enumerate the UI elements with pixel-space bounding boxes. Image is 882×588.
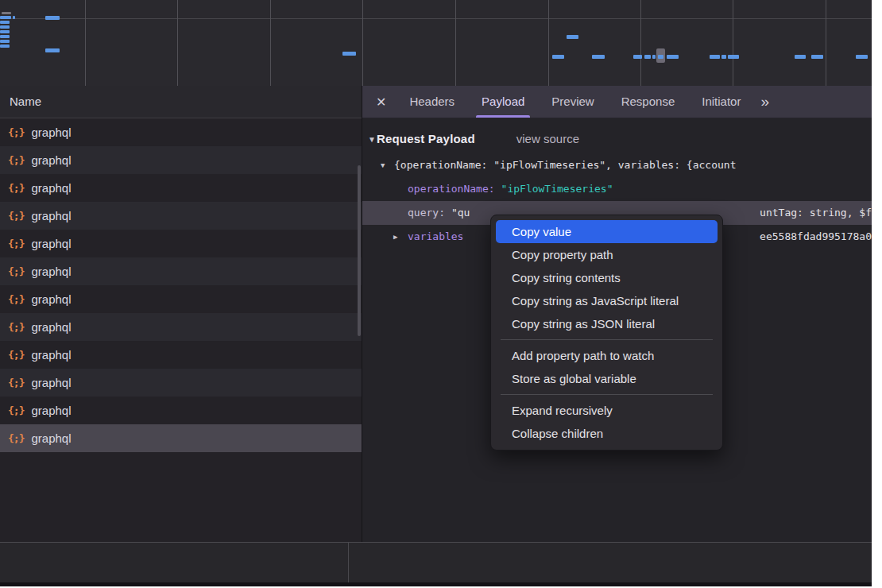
collapse-triangle-icon[interactable]: ▼: [368, 135, 376, 144]
name-column-label: Name: [10, 95, 41, 108]
close-icon[interactable]: ✕: [376, 95, 386, 110]
payload-root-row[interactable]: ▼{operationName: "ipFlowTimeseries", var…: [362, 153, 872, 177]
request-row-graphql[interactable]: {;}graphql: [0, 285, 362, 313]
menu-item-expand-recursively[interactable]: Expand recursively: [496, 399, 718, 422]
view-source-link[interactable]: view source: [516, 132, 579, 145]
menu-item-store-as-global-variable[interactable]: Store as global variable: [496, 367, 718, 390]
json-braces-icon: {;}: [8, 321, 24, 333]
request-timing-bar[interactable]: [0, 40, 10, 43]
request-row-graphql[interactable]: {;}graphql: [0, 341, 362, 369]
request-timing-bar[interactable]: [592, 55, 605, 59]
tab-initiator[interactable]: Initiator: [688, 86, 754, 118]
request-timing-bar[interactable]: [0, 44, 10, 48]
timeline-gridline: [455, 0, 456, 86]
expand-triangle-icon[interactable]: ▶: [393, 225, 397, 249]
request-timing-bar[interactable]: [811, 55, 823, 59]
request-name: graphql: [31, 265, 71, 278]
request-timing-bar[interactable]: [728, 55, 739, 59]
request-row-graphql[interactable]: {;}graphql: [0, 424, 362, 452]
request-name: graphql: [31, 431, 71, 445]
tab-payload[interactable]: Payload: [468, 86, 538, 118]
request-row-graphql[interactable]: {;}graphql: [0, 257, 362, 285]
devtools-network-panel: Name {;}graphql{;}graphql{;}graphql{;}gr…: [0, 0, 872, 586]
request-row-graphql[interactable]: {;}graphql: [0, 313, 362, 341]
request-name: graphql: [31, 348, 71, 362]
request-timing-bar[interactable]: [45, 48, 60, 52]
menu-item-copy-string-contents[interactable]: Copy string contents: [496, 266, 718, 289]
request-timing-bar[interactable]: [13, 16, 15, 19]
payload-row-operation-name[interactable]: operationName:"ipFlowTimeseries": [362, 177, 872, 201]
request-name: graphql: [31, 376, 71, 389]
request-timing-bar[interactable]: [342, 52, 356, 56]
menu-item-copy-property-path[interactable]: Copy property path: [496, 243, 718, 266]
request-timing-bar[interactable]: [658, 55, 663, 59]
json-braces-icon: {;}: [8, 182, 24, 194]
request-name: graphql: [31, 237, 71, 250]
request-timing-bar[interactable]: [0, 16, 11, 19]
request-row-graphql[interactable]: {;}graphql: [0, 146, 362, 174]
request-timing-bar[interactable]: [667, 55, 679, 59]
more-tabs-icon[interactable]: »: [760, 93, 768, 110]
tab-response[interactable]: Response: [608, 86, 689, 118]
request-timing-bar[interactable]: [652, 55, 656, 59]
request-name: graphql: [31, 153, 71, 167]
timeline-gridline: [362, 0, 363, 86]
json-braces-icon: {;}: [8, 126, 24, 138]
request-timing-bar[interactable]: [721, 55, 726, 59]
request-timing-bar[interactable]: [552, 55, 564, 59]
list-scrollbar[interactable]: [358, 165, 361, 336]
timeline-horizontal-gridline: [0, 18, 872, 19]
request-timing-bar[interactable]: [0, 35, 10, 38]
json-braces-icon: {;}: [8, 377, 24, 389]
timeline-gridline: [270, 0, 271, 86]
window-bottom-edge: [0, 582, 872, 586]
timeline-gridline: [177, 0, 178, 86]
property-value-string: "ipFlowTimeseries": [501, 183, 613, 195]
request-timing-bar[interactable]: [0, 21, 10, 24]
request-payload-header: ▼Request Payloadview source: [368, 132, 872, 145]
json-braces-icon: {;}: [8, 210, 24, 222]
menu-divider: [501, 339, 713, 340]
context-menu: Copy valueCopy property pathCopy string …: [490, 215, 723, 451]
tab-headers[interactable]: Headers: [396, 86, 468, 118]
request-name: graphql: [31, 126, 71, 139]
request-row-graphql[interactable]: {;}graphql: [0, 174, 362, 202]
request-timing-bar-gray[interactable]: [2, 12, 11, 14]
request-timing-bar[interactable]: [795, 55, 806, 59]
menu-divider: [501, 394, 713, 395]
request-timing-bar[interactable]: [633, 55, 642, 59]
request-timing-bar[interactable]: [710, 55, 720, 59]
request-timing-bar[interactable]: [45, 16, 60, 20]
payload-root-preview: {operationName: "ipFlowTimeseries", vari…: [394, 159, 736, 171]
network-overview-timeline[interactable]: [0, 0, 872, 87]
request-name: graphql: [31, 292, 71, 306]
menu-item-copy-string-as-json-literal[interactable]: Copy string as JSON literal: [496, 312, 718, 335]
request-row-graphql[interactable]: {;}graphql: [0, 397, 362, 424]
menu-item-copy-value[interactable]: Copy value: [496, 220, 718, 243]
variables-value-clipped-fragment: ee5588fdad995178a0: [760, 225, 872, 249]
request-timing-bar[interactable]: [0, 30, 10, 33]
details-tabs: HeadersPayloadPreviewResponseInitiator: [396, 86, 754, 118]
timeline-gridline: [85, 0, 86, 86]
collapse-triangle-icon[interactable]: ▼: [381, 153, 385, 177]
request-row-graphql[interactable]: {;}graphql: [0, 202, 362, 230]
request-name: graphql: [31, 404, 71, 417]
request-timing-bar[interactable]: [644, 55, 651, 59]
request-timing-bar[interactable]: [0, 25, 10, 29]
request-timing-bar[interactable]: [856, 55, 868, 59]
json-braces-icon: {;}: [8, 154, 24, 166]
timeline-gridline: [733, 0, 733, 86]
tab-preview[interactable]: Preview: [538, 86, 607, 118]
request-timing-bar[interactable]: [567, 35, 578, 39]
name-column-header[interactable]: Name: [0, 86, 362, 118]
json-braces-icon: {;}: [8, 404, 24, 416]
timeline-gridline: [548, 0, 549, 86]
menu-item-collapse-children[interactable]: Collapse children: [496, 422, 718, 445]
menu-item-copy-string-as-javascript-literal[interactable]: Copy string as JavaScript literal: [496, 289, 718, 312]
request-row-graphql[interactable]: {;}graphql: [0, 369, 362, 397]
request-row-graphql[interactable]: {;}graphql: [0, 118, 362, 146]
json-braces-icon: {;}: [8, 238, 24, 250]
menu-item-add-property-path-to-watch[interactable]: Add property path to watch: [496, 344, 718, 367]
timeline-gridline: [826, 0, 826, 86]
request-row-graphql[interactable]: {;}graphql: [0, 230, 362, 257]
